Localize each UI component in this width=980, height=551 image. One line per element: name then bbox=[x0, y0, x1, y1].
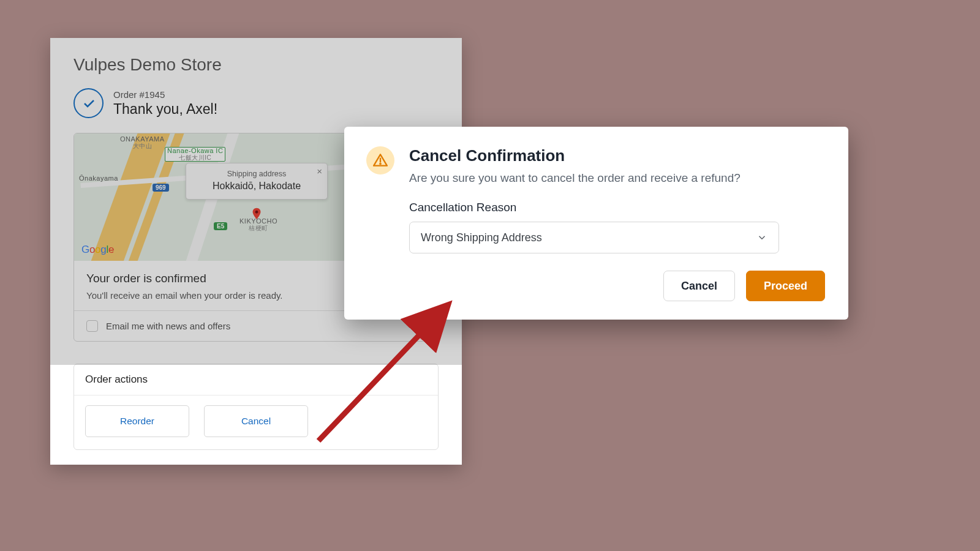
svg-point-2 bbox=[380, 163, 380, 164]
order-header: Order #1945 Thank you, Axel! bbox=[74, 88, 439, 118]
close-icon[interactable]: × bbox=[317, 166, 322, 176]
shipping-address-popup: × Shipping address Hokkaidō, Hakodate bbox=[186, 163, 328, 200]
modal-proceed-button[interactable]: Proceed bbox=[746, 271, 825, 301]
cancellation-reason-value: Wrong Shipping Address bbox=[421, 231, 542, 244]
order-actions-heading: Order actions bbox=[74, 364, 438, 395]
newsletter-checkbox[interactable] bbox=[86, 320, 98, 332]
reorder-button[interactable]: Reorder bbox=[85, 405, 189, 437]
shipping-popup-address: Hokkaidō, Hakodate bbox=[195, 181, 318, 192]
warning-icon bbox=[366, 146, 394, 174]
modal-title: Cancel Confirmation bbox=[409, 146, 741, 165]
checkmark-icon bbox=[74, 88, 104, 118]
chevron-down-icon bbox=[756, 232, 767, 243]
route-shield: E5 bbox=[214, 222, 227, 230]
route-shield: 969 bbox=[153, 184, 169, 192]
store-name: Vulpes Demo Store bbox=[74, 55, 439, 75]
cancellation-reason-select[interactable]: Wrong Shipping Address bbox=[409, 222, 779, 253]
cancel-confirmation-modal: Cancel Confirmation Are you sure you wan… bbox=[344, 127, 848, 320]
modal-cancel-button[interactable]: Cancel bbox=[663, 271, 735, 301]
cancel-order-button[interactable]: Cancel bbox=[204, 405, 308, 437]
newsletter-label: Email me with news and offers bbox=[106, 321, 230, 331]
google-logo: Google bbox=[81, 244, 114, 256]
order-actions-card: Order actions Reorder Cancel bbox=[74, 364, 439, 450]
map-pin-icon bbox=[250, 207, 263, 220]
map-place-label: ONAKAYAMA大中山 bbox=[120, 136, 165, 149]
thank-you-heading: Thank you, Axel! bbox=[113, 101, 217, 118]
map-place-label: Nanae-Okawa IC七飯大川IC bbox=[165, 147, 225, 162]
modal-subtitle: Are you sure you want to cancel the orde… bbox=[409, 171, 741, 185]
svg-point-0 bbox=[255, 211, 258, 214]
order-number: Order #1945 bbox=[113, 89, 217, 100]
map-place-label: Ōnakayama bbox=[79, 175, 118, 182]
shipping-popup-title: Shipping address bbox=[195, 170, 318, 178]
cancellation-reason-label: Cancellation Reason bbox=[409, 201, 825, 214]
